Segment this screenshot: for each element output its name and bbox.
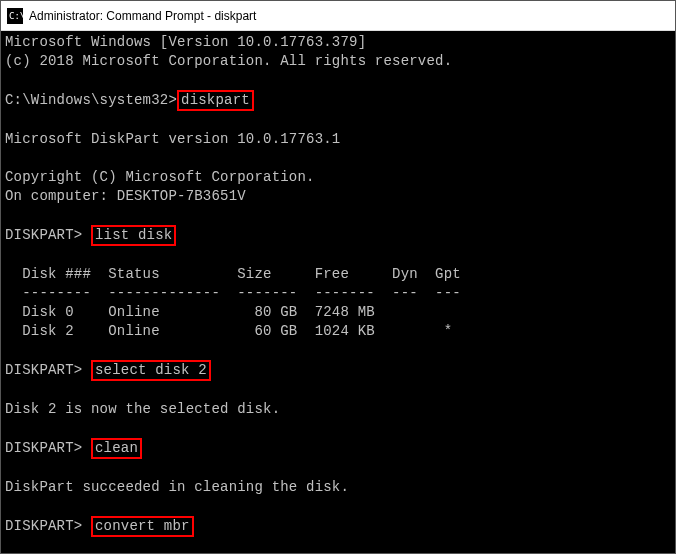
cmd-list-disk: list disk bbox=[91, 225, 176, 246]
on-computer-line: On computer: DESKTOP-7B3651V bbox=[5, 188, 246, 204]
cmd-select-disk: select disk 2 bbox=[91, 360, 211, 381]
prompt-system32: C:\Windows\system32> bbox=[5, 92, 177, 108]
diskpart-version-line: Microsoft DiskPart version 10.0.17763.1 bbox=[5, 131, 340, 147]
disk-table-row: Disk 0 Online 80 GB 7248 MB bbox=[5, 304, 375, 320]
disk-table-row: Disk 2 Online 60 GB 1024 KB * bbox=[5, 323, 452, 339]
diskpart-copyright-line: Copyright (C) Microsoft Corporation. bbox=[5, 169, 315, 185]
svg-text:C:\: C:\ bbox=[9, 11, 23, 21]
os-copyright-line: (c) 2018 Microsoft Corporation. All righ… bbox=[5, 53, 452, 69]
msg-selected: Disk 2 is now the selected disk. bbox=[5, 401, 280, 417]
diskpart-prompt: DISKPART> bbox=[5, 362, 91, 378]
terminal-output[interactable]: Microsoft Windows [Version 10.0.17763.37… bbox=[1, 31, 675, 553]
os-version-line: Microsoft Windows [Version 10.0.17763.37… bbox=[5, 34, 366, 50]
cmd-diskpart: diskpart bbox=[177, 90, 254, 111]
msg-clean: DiskPart succeeded in cleaning the disk. bbox=[5, 479, 349, 495]
diskpart-prompt: DISKPART> bbox=[5, 440, 91, 456]
cmd-convert-mbr: convert mbr bbox=[91, 516, 194, 537]
command-prompt-window: C:\ Administrator: Command Prompt - disk… bbox=[0, 0, 676, 554]
cmd-icon: C:\ bbox=[7, 8, 23, 24]
diskpart-prompt: DISKPART> bbox=[5, 227, 91, 243]
window-title: Administrator: Command Prompt - diskpart bbox=[29, 9, 256, 23]
titlebar[interactable]: C:\ Administrator: Command Prompt - disk… bbox=[1, 1, 675, 31]
diskpart-prompt: DISKPART> bbox=[5, 518, 91, 534]
disk-table-divider: -------- ------------- ------- ------- -… bbox=[5, 285, 461, 301]
cmd-clean: clean bbox=[91, 438, 142, 459]
disk-table-header: Disk ### Status Size Free Dyn Gpt bbox=[5, 266, 461, 282]
